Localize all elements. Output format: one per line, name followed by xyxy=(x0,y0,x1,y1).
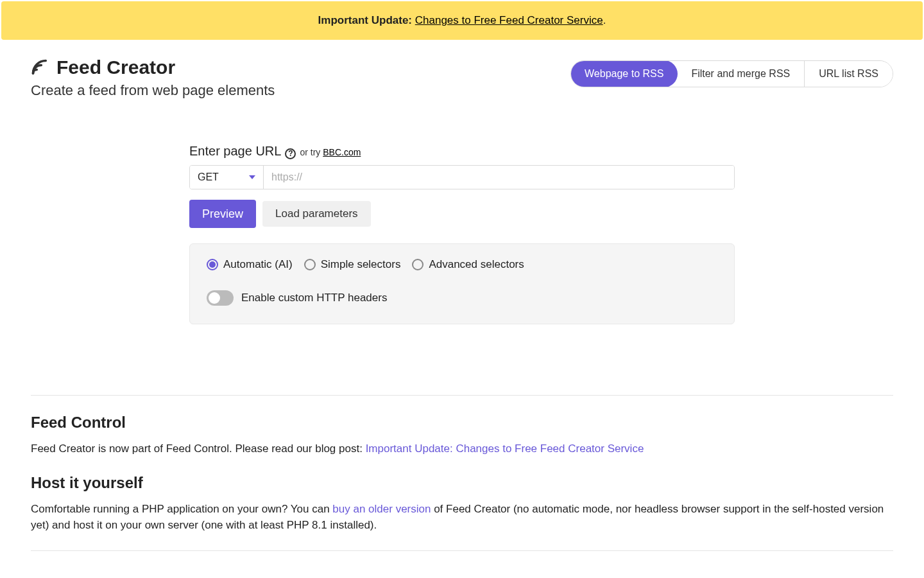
page-header: Feed Creator Create a feed from web page… xyxy=(0,41,924,99)
http-headers-toggle-label: Enable custom HTTP headers xyxy=(241,292,387,304)
radio-icon xyxy=(304,259,316,270)
section-heading-feed-control: Feed Control xyxy=(31,414,893,432)
radio-automatic-ai[interactable]: Automatic (AI) xyxy=(207,258,293,271)
section-divider xyxy=(31,550,893,551)
try-text: or try BBC.com xyxy=(300,147,361,157)
chevron-down-icon xyxy=(249,175,255,179)
radio-simple-selectors[interactable]: Simple selectors xyxy=(304,258,401,271)
info-sections: Feed Control Feed Creator is now part of… xyxy=(31,395,893,551)
url-label: Enter page URL xyxy=(189,144,281,159)
url-label-row: Enter page URL ? or try BBC.com xyxy=(189,144,735,159)
tab-url-list-rss[interactable]: URL list RSS xyxy=(804,61,893,87)
section-heading-host: Host it yourself xyxy=(31,474,893,492)
title-block: Feed Creator Create a feed from web page… xyxy=(31,57,275,99)
radio-label: Simple selectors xyxy=(321,258,401,271)
preview-button[interactable]: Preview xyxy=(189,200,256,228)
tab-filter-merge-rss[interactable]: Filter and merge RSS xyxy=(677,61,804,87)
help-icon[interactable]: ? xyxy=(285,148,296,159)
url-input-row: GET xyxy=(189,165,735,189)
options-panel: Automatic (AI) Simple selectors Advanced… xyxy=(189,243,735,324)
http-method-value: GET xyxy=(198,171,219,183)
tab-webpage-to-rss[interactable]: Webpage to RSS xyxy=(570,60,678,87)
radio-advanced-selectors[interactable]: Advanced selectors xyxy=(412,258,524,271)
http-headers-toggle[interactable] xyxy=(207,290,234,306)
radio-label: Automatic (AI) xyxy=(223,258,293,271)
section-text-host: Comfortable running a PHP application on… xyxy=(31,501,893,534)
feed-control-link[interactable]: Important Update: Changes to Free Feed C… xyxy=(366,442,644,455)
feed-control-text: Feed Creator is now part of Feed Control… xyxy=(31,442,366,455)
action-button-row: Preview Load parameters xyxy=(189,200,735,228)
title-row: Feed Creator xyxy=(31,57,275,78)
mode-tab-group: Webpage to RSS Filter and merge RSS URL … xyxy=(570,60,893,87)
host-text-before: Comfortable running a PHP application on… xyxy=(31,503,332,515)
banner-link[interactable]: Changes to Free Feed Creator Service xyxy=(415,14,603,26)
radio-icon xyxy=(412,259,424,270)
page-url-input[interactable] xyxy=(264,166,734,189)
try-link[interactable]: BBC.com xyxy=(323,147,361,157)
section-text-feed-control: Feed Creator is now part of Feed Control… xyxy=(31,441,893,457)
banner-prefix: Important Update: xyxy=(318,14,412,26)
page-subtitle: Create a feed from web page elements xyxy=(31,82,275,99)
selector-mode-radios: Automatic (AI) Simple selectors Advanced… xyxy=(207,258,717,271)
radio-icon xyxy=(207,259,218,270)
banner-suffix: . xyxy=(603,14,606,26)
load-parameters-button[interactable]: Load parameters xyxy=(262,201,371,227)
try-prefix: or try xyxy=(300,147,320,157)
http-method-select[interactable]: GET xyxy=(190,166,264,189)
radio-label: Advanced selectors xyxy=(429,258,524,271)
http-headers-toggle-row: Enable custom HTTP headers xyxy=(207,290,717,306)
buy-older-version-link[interactable]: buy an older version xyxy=(332,503,431,515)
feed-logo-icon xyxy=(31,58,49,76)
page-title: Feed Creator xyxy=(56,57,175,78)
update-banner: Important Update: Changes to Free Feed C… xyxy=(1,1,923,40)
main-form: Enter page URL ? or try BBC.com GET Prev… xyxy=(183,144,741,324)
